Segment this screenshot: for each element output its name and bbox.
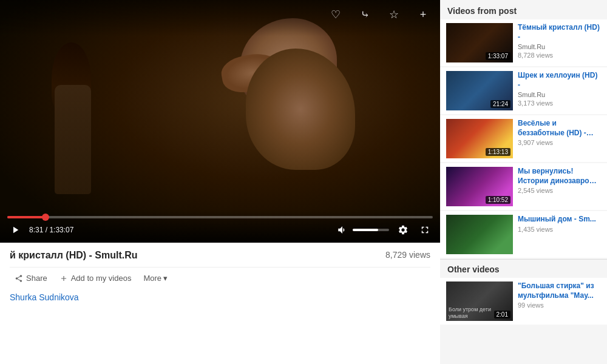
- progress-fill: [7, 216, 46, 218]
- add-button[interactable]: +: [413, 5, 433, 24]
- item-title: Шрек и хеллоуин (HD) -: [518, 71, 601, 90]
- progress-bar[interactable]: [7, 216, 433, 218]
- item-title: Мы вернулись! Истории динозавров (HD) - …: [518, 167, 601, 186]
- video-meta: "Большая стирка" из мультфильма "Мау... …: [518, 281, 601, 321]
- share-icon-button[interactable]: ⤷: [355, 5, 375, 24]
- video-info-area: й кристалл (HD) - Smult.Ru 8,729 views S…: [0, 243, 440, 364]
- sidebar-video-item[interactable]: 21:24 Шрек и хеллоуин (HD) - Smult.Ru 3,…: [440, 67, 607, 114]
- sidebar-video-item[interactable]: 1:13:13 Весёлые и беззаботные (HD) - Smu…: [440, 115, 607, 162]
- current-time: 8:31: [29, 226, 43, 234]
- video-meta: Мы вернулись! Истории динозавров (HD) - …: [518, 167, 601, 206]
- total-time: 1:33:07: [49, 226, 73, 234]
- heart-button[interactable]: ♡: [326, 5, 345, 24]
- other-videos-header: Other videos: [440, 259, 607, 278]
- action-row: Share Add to my videos More ▾: [10, 267, 430, 289]
- item-views: 2,545 views: [518, 187, 601, 194]
- video-meta: Весёлые и беззаботные (HD) - Smult.Ru 3,…: [518, 119, 601, 158]
- play-button[interactable]: [7, 223, 23, 237]
- thumb-container: [446, 215, 513, 254]
- share-button[interactable]: Share: [10, 271, 52, 285]
- item-title: Мышиный дом - Sm...: [518, 215, 601, 224]
- sidebar-video-item[interactable]: 1:10:52 Мы вернулись! Истории динозавров…: [440, 163, 607, 210]
- thumb-container: Боли утром дети умывая 2:01: [446, 281, 513, 321]
- volume-bar[interactable]: [353, 229, 389, 231]
- user-link[interactable]: Shurka Sudnikova: [10, 289, 430, 302]
- volume-fill: [353, 229, 378, 231]
- volume-button[interactable]: [334, 223, 350, 237]
- duration-badge: 1:10:52: [486, 196, 510, 204]
- settings-button[interactable]: [395, 223, 411, 237]
- duration-badge: 1:33:07: [486, 52, 510, 60]
- item-views: 3,907 views: [518, 139, 601, 146]
- video-top-overlay: ♡ ⤷ ☆ +: [0, 0, 440, 36]
- sidebar-video-item[interactable]: Мышиный дом - Sm... 1,435 views: [440, 211, 607, 258]
- thumbnail: [446, 215, 513, 254]
- video-meta: Мышиный дом - Sm... 1,435 views: [518, 215, 601, 254]
- item-views: 99 views: [518, 302, 601, 309]
- fullscreen-button[interactable]: [417, 223, 433, 237]
- other-video-list: Боли утром дети умывая 2:01 "Большая сти…: [440, 278, 607, 326]
- video-area: ♡ ⤷ ☆ + 8:31 / 1:33:07: [0, 0, 440, 364]
- more-label: More: [143, 274, 161, 283]
- video-player[interactable]: ♡ ⤷ ☆ + 8:31 / 1:33:07: [0, 0, 440, 243]
- thumb-container: 1:13:13: [446, 119, 513, 158]
- video-title: й кристалл (HD) - Smult.Ru: [10, 250, 138, 261]
- scene-creature: [228, 18, 379, 212]
- from-post-header: Videos from post: [440, 0, 607, 19]
- item-channel: Smult.Ru: [518, 43, 601, 50]
- item-views: 1,435 views: [518, 226, 601, 233]
- more-button[interactable]: More ▾: [138, 271, 172, 285]
- share-label: Share: [26, 274, 47, 283]
- add-to-videos-button[interactable]: Add to my videos: [55, 271, 137, 285]
- sidebar-video-item[interactable]: 1:33:07 Тёмный кристалл (HD) - Smult.Ru …: [440, 19, 607, 66]
- video-meta: Шрек и хеллоуин (HD) - Smult.Ru 3,173 vi…: [518, 71, 601, 110]
- item-title: Тёмный кристалл (HD) -: [518, 23, 601, 42]
- duration-badge: 21:24: [490, 100, 510, 108]
- duration-badge: 1:13:13: [486, 148, 510, 156]
- thumb-container: 1:33:07: [446, 23, 513, 62]
- creature-body: [246, 49, 355, 170]
- duration-badge: 2:01: [494, 311, 510, 318]
- scene-character: [49, 49, 109, 218]
- add-label: Add to my videos: [71, 274, 132, 283]
- thumb-container: 1:10:52: [446, 167, 513, 206]
- sidebar-video-item[interactable]: Боли утром дети умывая 2:01 "Большая сти…: [440, 278, 607, 325]
- video-meta: Тёмный кристалл (HD) - Smult.Ru 8,728 vi…: [518, 23, 601, 62]
- view-count: 8,729 views: [385, 250, 430, 260]
- sidebar: Videos from post 1:33:07 Тёмный кристалл…: [440, 0, 607, 364]
- video-controls: 8:31 / 1:33:07: [0, 211, 440, 243]
- volume-control[interactable]: [334, 223, 389, 237]
- time-display: 8:31 / 1:33:07: [29, 226, 73, 234]
- from-post-video-list: 1:33:07 Тёмный кристалл (HD) - Smult.Ru …: [440, 19, 607, 259]
- item-title: "Большая стирка" из мультфильма "Мау...: [518, 281, 601, 300]
- more-arrow-icon: ▾: [163, 274, 168, 283]
- item-views: 3,173 views: [518, 99, 601, 107]
- item-title: Весёлые и беззаботные (HD) - Smult.Ru: [518, 119, 601, 138]
- video-frame: [0, 0, 440, 243]
- char-body: [55, 85, 91, 194]
- item-channel: Smult.Ru: [518, 91, 601, 98]
- video-title-row: й кристалл (HD) - Smult.Ru 8,729 views: [10, 250, 430, 261]
- controls-row: 8:31 / 1:33:07: [7, 223, 433, 237]
- item-views: 8,728 views: [518, 52, 601, 59]
- main-layout: ♡ ⤷ ☆ + 8:31 / 1:33:07: [0, 0, 607, 364]
- thumb-container: 21:24: [446, 71, 513, 110]
- star-button[interactable]: ☆: [384, 5, 404, 24]
